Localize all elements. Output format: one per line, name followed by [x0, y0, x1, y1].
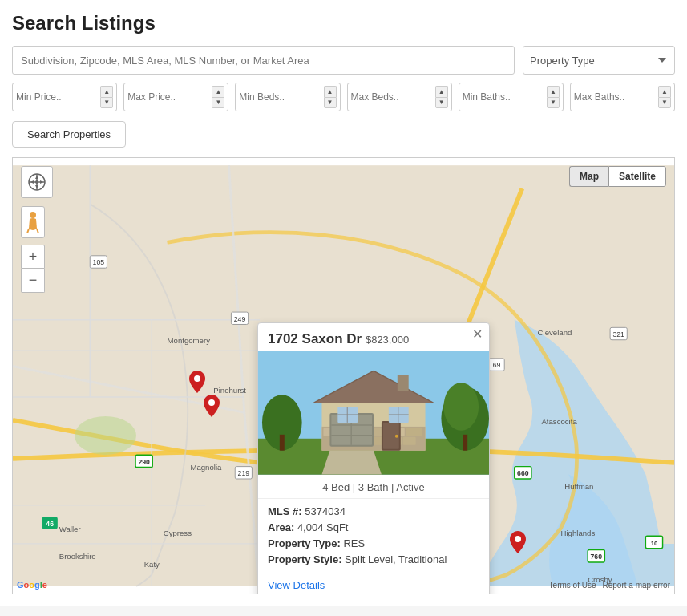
svg-marker-61	[35, 176, 38, 179]
min-beds-up[interactable]: ▲	[324, 86, 337, 97]
svg-text:Pinehurst: Pinehurst	[213, 386, 246, 395]
street-view-control[interactable]	[21, 206, 45, 238]
search-top-row: Property TypeRESCondoMulti-FamilyLandCom…	[12, 46, 675, 75]
popup-details: MLS #: 5374034 Area: 4,004 SqFt Property…	[258, 499, 489, 576]
max-baths-up[interactable]: ▲	[658, 86, 671, 97]
svg-text:249: 249	[234, 315, 246, 323]
max-beds-input[interactable]	[351, 91, 434, 103]
svg-point-115	[395, 435, 398, 438]
max-price-spinner: ▲ ▼	[212, 86, 224, 108]
popup-address: 1702 Saxon Dr $823,000	[258, 323, 489, 351]
map-marker[interactable]	[204, 395, 220, 417]
svg-rect-90	[463, 435, 467, 451]
popup-property-image	[258, 351, 489, 475]
main-search-input[interactable]	[12, 46, 515, 75]
report-link[interactable]: Report a map error	[603, 581, 670, 590]
max-baths-spinner: ▲ ▼	[658, 86, 671, 108]
max-price-up[interactable]: ▲	[212, 86, 224, 97]
satellite-view-button[interactable]: Satellite	[608, 166, 666, 187]
max-beds-down[interactable]: ▼	[435, 97, 448, 108]
max-price-down[interactable]: ▼	[212, 97, 224, 108]
min-baths-down[interactable]: ▼	[547, 97, 560, 108]
svg-text:46: 46	[46, 520, 54, 528]
min-baths-spinner: ▲ ▼	[547, 86, 560, 108]
svg-rect-123	[398, 375, 409, 391]
map-container: Brookshire Katy Waller Cypress Magnolia …	[12, 157, 675, 594]
min-price-spinner: ▲ ▼	[100, 86, 113, 108]
map-pan-control[interactable]	[21, 166, 53, 198]
popup-property-type-value: RES	[343, 537, 365, 549]
svg-marker-122	[321, 451, 381, 475]
svg-rect-102	[406, 428, 422, 436]
page-title: Search Listings	[12, 12, 675, 34]
crosshair-icon	[27, 172, 46, 192]
svg-text:Waller: Waller	[59, 525, 82, 533]
google-logo: Google	[17, 580, 47, 590]
svg-text:321: 321	[612, 330, 624, 338]
map-type-buttons: Map Satellite	[569, 166, 666, 187]
max-beds-spinner: ▲ ▼	[435, 86, 448, 108]
svg-text:Atascocita: Atascocita	[541, 417, 577, 426]
min-baths-input[interactable]	[463, 91, 545, 103]
max-baths-down[interactable]: ▼	[658, 97, 671, 108]
min-baths-wrap: ▲ ▼	[459, 83, 564, 111]
max-baths-wrap: ▲ ▼	[570, 83, 675, 111]
svg-text:Montgomery: Montgomery	[168, 336, 211, 345]
popup-close-button[interactable]: ✕	[472, 328, 483, 341]
min-price-wrap: ▲ ▼	[12, 83, 117, 111]
min-beds-down[interactable]: ▼	[324, 97, 337, 108]
terms-link[interactable]: Terms of Use	[549, 581, 596, 590]
svg-text:Magnolia: Magnolia	[190, 463, 222, 472]
svg-text:10: 10	[651, 540, 658, 547]
min-beds-wrap: ▲ ▼	[235, 83, 340, 111]
svg-point-8	[75, 416, 136, 455]
page-wrapper: Search Listings Property TypeRESCondoMul…	[0, 0, 687, 606]
min-price-up[interactable]: ▲	[100, 86, 113, 97]
map-view-button[interactable]: Map	[569, 166, 608, 187]
max-baths-input[interactable]	[574, 91, 657, 103]
svg-text:Cypress: Cypress	[164, 529, 192, 537]
max-price-wrap: ▲ ▼	[123, 83, 228, 111]
popup-area-label: Area:	[268, 521, 294, 533]
max-beds-up[interactable]: ▲	[435, 86, 448, 97]
min-baths-up[interactable]: ▲	[547, 86, 560, 97]
svg-point-68	[194, 375, 200, 382]
property-type-select[interactable]: Property TypeRESCondoMulti-FamilyLandCom…	[523, 46, 675, 75]
property-popup: ✕ 1702 Saxon Dr $823,000	[257, 322, 490, 594]
popup-summary: 4 Bed | 3 Bath | Active	[258, 475, 489, 499]
popup-property-style-row: Property Style: Split Level, Traditional	[268, 553, 479, 565]
pegman-icon	[26, 211, 39, 233]
svg-rect-88	[280, 435, 285, 451]
view-details-link[interactable]: View Details	[258, 576, 489, 594]
zoom-out-button[interactable]: −	[21, 269, 45, 293]
popup-property-type-label: Property Type:	[268, 537, 341, 549]
svg-text:760: 760	[591, 553, 603, 561]
popup-property-style-value: Split Level, Traditional	[345, 553, 447, 565]
svg-text:660: 660	[517, 469, 529, 477]
svg-text:219: 219	[238, 469, 250, 477]
zoom-in-button[interactable]: +	[21, 245, 45, 269]
svg-text:Brookshire: Brookshire	[59, 552, 96, 561]
svg-point-74	[515, 536, 521, 542]
min-beds-spinner: ▲ ▼	[324, 86, 337, 108]
svg-marker-64	[40, 180, 43, 184]
svg-text:Highlands: Highlands	[560, 529, 595, 537]
svg-text:290: 290	[138, 458, 150, 466]
popup-area-value: 4,004 SqFt	[297, 521, 349, 533]
svg-text:Katy: Katy	[144, 560, 160, 569]
svg-text:Cleveland: Cleveland	[538, 328, 572, 337]
min-beds-input[interactable]	[239, 91, 321, 103]
svg-point-91	[443, 383, 479, 431]
house-image-svg	[258, 351, 489, 475]
min-price-input[interactable]	[16, 91, 99, 103]
svg-rect-107	[403, 437, 416, 445]
svg-point-60	[35, 180, 38, 184]
max-price-input[interactable]	[127, 91, 210, 103]
svg-marker-63	[30, 180, 34, 184]
search-properties-button[interactable]: Search Properties	[12, 121, 126, 148]
min-price-down[interactable]: ▼	[100, 97, 113, 108]
svg-marker-62	[35, 185, 38, 188]
popup-mls-value: 5374034	[305, 505, 346, 517]
map-marker[interactable]	[189, 371, 205, 393]
map-marker[interactable]	[510, 531, 526, 553]
